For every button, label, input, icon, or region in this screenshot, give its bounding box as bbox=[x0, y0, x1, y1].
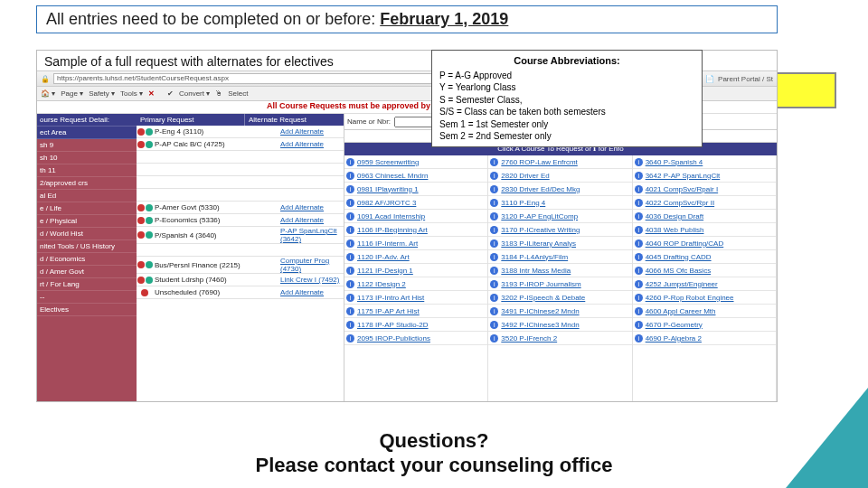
course-cell[interactable]: i1178 IP-AP Studio-2D bbox=[344, 318, 487, 332]
info-icon[interactable]: i bbox=[635, 172, 643, 180]
remove-icon[interactable] bbox=[137, 261, 145, 268]
course-link[interactable]: 3120 P-AP EngLitComp bbox=[501, 212, 578, 221]
course-cell[interactable]: i4252 Jumpst/Engineer bbox=[633, 277, 776, 291]
course-cell[interactable]: i1106 IP-Beginning Art bbox=[344, 223, 487, 237]
course-link[interactable]: 3188 Intr Mass Media bbox=[501, 267, 571, 275]
alternate-link[interactable]: P-AP SpanLngClt (3642) bbox=[280, 227, 337, 243]
info-icon[interactable]: i bbox=[490, 199, 498, 207]
sidebar-item[interactable]: rt / For Lang bbox=[37, 278, 137, 291]
status-icon[interactable] bbox=[146, 128, 153, 136]
course-link[interactable]: 4021 CompSvc/Rpair I bbox=[646, 185, 718, 193]
course-cell[interactable]: i0981 IPlaywriting 1 bbox=[344, 183, 487, 196]
course-cell[interactable]: i3193 P-IROP Journalism bbox=[488, 277, 631, 291]
course-link[interactable]: 3110 P-Eng 4 bbox=[501, 199, 545, 207]
course-cell[interactable]: i3492 P-IChinese3 Mndn bbox=[488, 318, 631, 332]
sidebar-item[interactable]: e / Life bbox=[37, 202, 137, 215]
info-icon[interactable]: i bbox=[490, 185, 498, 193]
course-link[interactable]: 1175 IP-AP Art Hist bbox=[357, 307, 420, 315]
course-cell[interactable]: i4021 CompSvc/Rpair I bbox=[633, 183, 776, 196]
info-icon[interactable]: i bbox=[635, 294, 643, 302]
alternate-link[interactable]: Computer Prog (4730) bbox=[280, 257, 329, 273]
course-cell[interactable]: i4260 P-Rop Robot Enginee bbox=[633, 291, 776, 305]
course-cell[interactable]: i3520 P-IFrench 2 bbox=[488, 332, 631, 345]
info-icon[interactable]: i bbox=[635, 253, 643, 261]
course-link[interactable]: 4045 Drafting CADD bbox=[646, 253, 712, 261]
info-icon[interactable]: i bbox=[346, 280, 354, 288]
info-icon[interactable]: i bbox=[635, 321, 643, 329]
course-cell[interactable]: i2095 IROP-Publictions bbox=[344, 332, 487, 345]
course-link[interactable]: 0982 AF/JROTC 3 bbox=[357, 199, 416, 207]
sidebar-item[interactable]: nited Tools / US History bbox=[37, 240, 137, 253]
course-cell[interactable]: i1116 IP-Interm. Art bbox=[344, 237, 487, 250]
info-icon[interactable]: i bbox=[635, 280, 643, 288]
course-link[interactable]: 1178 IP-AP Studio-2D bbox=[357, 321, 429, 329]
toolbar-safety[interactable]: Safety ▾ bbox=[89, 89, 115, 98]
course-cell[interactable]: i2830 Driver Ed/Dec Mkg bbox=[488, 183, 631, 196]
info-icon[interactable]: i bbox=[490, 321, 498, 329]
info-icon[interactable]: i bbox=[490, 158, 498, 166]
course-link[interactable]: 4252 Jumpst/Engineer bbox=[646, 280, 718, 288]
course-cell[interactable]: i1173 IP-Intro Art Hist bbox=[344, 291, 487, 305]
info-icon[interactable]: i bbox=[635, 199, 643, 207]
sidebar-item[interactable]: -- bbox=[37, 291, 137, 304]
info-icon[interactable]: i bbox=[490, 212, 498, 221]
course-cell[interactable]: i3202 P-ISpeech & Debate bbox=[488, 291, 631, 305]
close-icon[interactable]: ✕ bbox=[148, 89, 155, 98]
course-cell[interactable]: i4690 P-Algebra 2 bbox=[633, 332, 776, 345]
toolbar-page[interactable]: Page ▾ bbox=[61, 89, 83, 98]
course-link[interactable]: 1106 IP-Beginning Art bbox=[357, 226, 428, 234]
alternate-link[interactable]: Add Alternate bbox=[280, 127, 324, 136]
course-link[interactable]: 3202 P-ISpeech & Debate bbox=[501, 294, 585, 302]
course-link[interactable]: 4038 Web Publish bbox=[646, 226, 704, 234]
course-cell[interactable]: i3491 P-IChinese2 Mndn bbox=[488, 305, 631, 318]
course-link[interactable]: 2830 Driver Ed/Dec Mkg bbox=[501, 185, 580, 193]
course-cell[interactable]: i3170 P-ICreative Writing bbox=[488, 223, 631, 237]
alternate-link[interactable]: Add Alternate bbox=[280, 203, 324, 211]
course-link[interactable]: 0981 IPlaywriting 1 bbox=[357, 185, 419, 193]
sidebar-item[interactable]: sh 10 bbox=[37, 152, 137, 164]
course-link[interactable]: 3170 P-ICreative Writing bbox=[501, 226, 580, 234]
info-icon[interactable]: i bbox=[490, 307, 498, 315]
status-icon[interactable] bbox=[146, 231, 153, 239]
info-icon[interactable]: i bbox=[346, 226, 354, 234]
course-link[interactable]: 4036 Design Draft bbox=[646, 212, 703, 221]
sidebar-item[interactable]: al Ed bbox=[37, 190, 137, 202]
status-icon[interactable] bbox=[146, 277, 153, 284]
remove-icon[interactable] bbox=[137, 141, 145, 148]
toolbar-convert[interactable]: Convert ▾ bbox=[179, 89, 210, 98]
status-icon[interactable] bbox=[146, 204, 153, 211]
course-link[interactable]: 2760 ROP-Law Enfrcmt bbox=[501, 158, 577, 166]
course-cell[interactable]: i4022 CompSvc/Rpr II bbox=[633, 196, 776, 210]
info-icon[interactable]: i bbox=[490, 226, 498, 234]
course-cell[interactable]: i3640 P-Spanish 4 bbox=[633, 155, 776, 169]
alternate-link[interactable]: Link Crew I (7492) bbox=[280, 276, 339, 284]
course-cell[interactable]: i1120 IP-Adv. Art bbox=[344, 250, 487, 264]
course-cell[interactable]: i0982 AF/JROTC 3 bbox=[344, 196, 487, 210]
info-icon[interactable]: i bbox=[635, 226, 643, 234]
sidebar-item[interactable]: e / Physical bbox=[37, 215, 137, 228]
remove-icon[interactable] bbox=[137, 217, 145, 224]
info-icon[interactable]: i bbox=[346, 253, 354, 261]
info-icon[interactable]: i bbox=[635, 307, 643, 315]
info-icon[interactable]: i bbox=[346, 321, 354, 329]
sidebar-item[interactable]: d / World Hist bbox=[37, 228, 137, 240]
course-cell[interactable]: i1175 IP-AP Art Hist bbox=[344, 305, 487, 318]
course-link[interactable]: 2095 IROP-Publictions bbox=[357, 334, 430, 343]
info-icon[interactable]: i bbox=[346, 212, 354, 221]
status-icon[interactable] bbox=[146, 141, 153, 148]
info-icon[interactable]: i bbox=[346, 334, 354, 343]
info-icon[interactable]: i bbox=[346, 172, 354, 180]
course-cell[interactable]: i1121 IP-Design 1 bbox=[344, 264, 487, 277]
info-icon[interactable]: i bbox=[346, 158, 354, 166]
course-cell[interactable]: i4038 Web Publish bbox=[633, 223, 776, 237]
course-cell[interactable]: i3120 P-AP EngLitComp bbox=[488, 210, 631, 223]
course-cell[interactable]: i3184 P-L4Anlys/Film bbox=[488, 250, 631, 264]
course-link[interactable]: 3491 P-IChinese2 Mndn bbox=[501, 307, 579, 315]
sidebar-item[interactable]: th 11 bbox=[37, 164, 137, 177]
remove-icon[interactable] bbox=[137, 128, 145, 136]
course-cell[interactable]: i3642 P-AP SpanLngClt bbox=[633, 169, 776, 183]
course-cell[interactable]: i4040 ROP Drafting/CAD bbox=[633, 237, 776, 250]
course-link[interactable]: 4022 CompSvc/Rpr II bbox=[646, 199, 714, 207]
info-icon[interactable]: i bbox=[346, 294, 354, 302]
course-link[interactable]: 1120 IP-Adv. Art bbox=[357, 253, 410, 261]
